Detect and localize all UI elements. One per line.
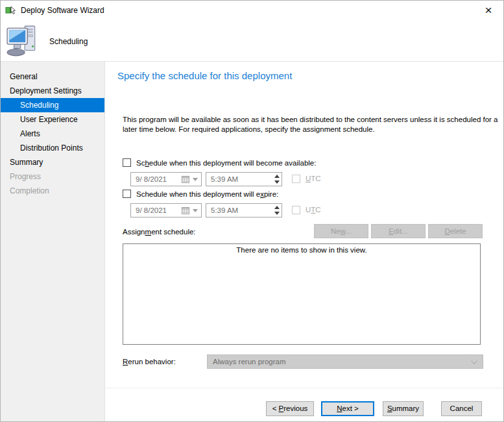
calendar-icon (182, 175, 190, 183)
next-button[interactable]: Next > (321, 401, 374, 416)
sidebar-item-progress: Progress (1, 169, 104, 184)
sidebar-item-distribution-points[interactable]: Distribution Points (1, 141, 104, 155)
rerun-behavior-dropdown: Always rerun program (207, 354, 483, 369)
expire-time-spinner: 5:39 AM (206, 203, 282, 217)
new-button: New... (314, 224, 368, 238)
chevron-down-icon (471, 358, 477, 364)
window-title: Deploy Software Wizard (21, 6, 104, 15)
wizard-steps-sidebar: General Deployment Settings Scheduling U… (1, 62, 105, 422)
available-date-value: 9/ 8/2021 (136, 175, 167, 183)
available-date-picker: 9/ 8/2021 (130, 172, 202, 186)
footer-divider (106, 388, 504, 388)
expire-date-picker: 9/ 8/2021 (130, 203, 202, 217)
expire-utc-checkbox (292, 206, 300, 214)
computer-icon (6, 24, 40, 58)
sidebar-item-summary[interactable]: Summary (1, 155, 104, 169)
main-content: Specify the schedule for this deployment… (106, 62, 504, 422)
rerun-behavior-label: Rerun behavior: (123, 358, 176, 366)
cancel-button[interactable]: Cancel (441, 401, 482, 416)
expire-date-value: 9/ 8/2021 (136, 206, 167, 214)
page-title: Specify the schedule for this deployment (117, 70, 292, 81)
assignment-schedule-label: Assignment schedule: (123, 228, 196, 236)
sidebar-item-user-experience[interactable]: User Experience (1, 112, 104, 127)
step-title: Scheduling (49, 37, 88, 46)
summary-button[interactable]: Summary (383, 401, 424, 416)
expire-schedule-checkbox[interactable] (123, 190, 131, 198)
delete-button: Delete (428, 224, 483, 238)
expire-utc-label: UTC (306, 206, 321, 214)
app-icon (5, 5, 17, 16)
sidebar-item-scheduling[interactable]: Scheduling (1, 98, 104, 112)
available-time-spinner: 5:39 AM (206, 172, 282, 186)
available-schedule-checkbox[interactable] (123, 158, 131, 167)
spinner-arrows-icon (274, 206, 280, 215)
available-time-value: 5:39 AM (211, 175, 238, 183)
deploy-software-wizard-window: Deploy Software Wizard × Scheduling Gene… (0, 0, 504, 422)
sidebar-item-completion: Completion (1, 184, 104, 198)
expire-schedule-label: Schedule when this deployment will expir… (136, 190, 278, 198)
close-icon[interactable]: × (479, 1, 498, 19)
available-utc-label: UTC (306, 175, 321, 182)
date-dropdown-icon (193, 209, 198, 212)
assignment-schedule-list[interactable]: There are no items to show in this view. (123, 243, 481, 345)
calendar-icon (182, 206, 190, 214)
available-schedule-label: Schedule when this deployment will becom… (136, 159, 316, 167)
edit-button: Edit... (371, 224, 426, 238)
wizard-header: Scheduling (1, 20, 503, 62)
expire-schedule-row: Schedule when this deployment will expir… (123, 190, 278, 198)
rerun-behavior-value: Always rerun program (213, 358, 285, 366)
expire-datetime-row: 9/ 8/2021 5:39 AM UT (106, 203, 504, 217)
available-datetime-row: 9/ 8/2021 5:39 AM UT (106, 172, 504, 186)
title-bar: Deploy Software Wizard × (1, 1, 503, 20)
sidebar-item-deployment-settings[interactable]: Deployment Settings (1, 84, 104, 98)
page-description: This program will be available as soon a… (123, 115, 502, 134)
available-utc-checkbox (292, 175, 300, 183)
expire-time-value: 5:39 AM (211, 206, 238, 214)
sidebar-item-general[interactable]: General (1, 69, 104, 84)
available-schedule-row: Schedule when this deployment will becom… (123, 158, 316, 167)
empty-list-message: There are no items to show in this view. (123, 246, 480, 254)
sidebar-item-alerts[interactable]: Alerts (1, 127, 104, 141)
spinner-arrows-icon (274, 175, 280, 184)
date-dropdown-icon (193, 178, 198, 181)
previous-button[interactable]: < Previous (266, 401, 314, 416)
